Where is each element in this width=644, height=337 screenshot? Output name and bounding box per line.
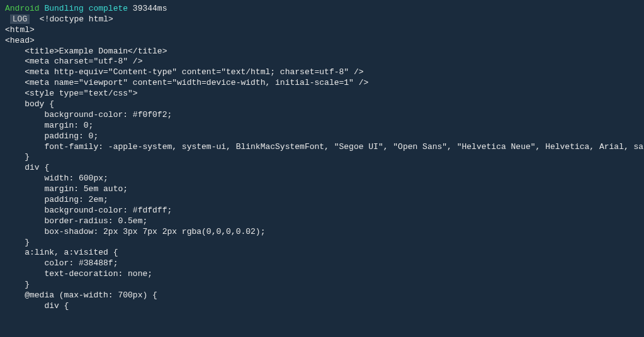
platform-label: Android [5,4,40,13]
code-line: } [5,152,639,163]
bundle-time: 39344ms [133,4,167,13]
code-line: <html> [5,25,639,36]
code-line: @media (max-width: 700px) { [5,290,639,301]
log-badge: LOG [10,14,30,24]
code-line: background-color: #fdfdff; [5,206,639,216]
code-line: color: #38488f; [5,258,639,269]
code-line: a:link, a:visited { [5,248,639,258]
code-line: width: 600px; [5,174,639,184]
code-line: text-decoration: none; [5,269,639,280]
code-line: <style type="text/css"> [5,89,639,99]
code-line: div { [5,163,639,174]
code-line: margin: 5em auto; [5,184,639,195]
code-line: box-shadow: 2px 3px 7px 2px rgba(0,0,0,0… [5,227,639,238]
code-line: <meta name="viewport" content="width=dev… [5,78,639,89]
code-line: background-color: #f0f0f2; [5,110,639,121]
code-line: border-radius: 0.5em; [5,216,639,227]
bundling-status-line: Android Bundling complete 39344ms [5,4,639,14]
code-line: <title>Example Domain</title> [5,47,639,57]
code-line: div { [5,301,639,312]
code-line: } [5,238,639,248]
code-line: <head> [5,36,639,47]
log-doctype: <!doctype html> [40,14,113,24]
code-line: <meta charset="utf-8" /> [5,57,639,67]
code-line: <meta http-equiv="Content-type" content=… [5,67,639,78]
code-line: font-family: -apple-system, system-ui, B… [5,142,639,153]
code-line: body { [5,99,639,110]
code-line: margin: 0; [5,121,639,131]
code-line: } [5,280,639,290]
log-line: LOG <!doctype html> [5,14,639,25]
code-line: padding: 0; [5,131,639,142]
bundling-status: Bundling complete [44,4,128,13]
code-line: padding: 2em; [5,195,639,206]
